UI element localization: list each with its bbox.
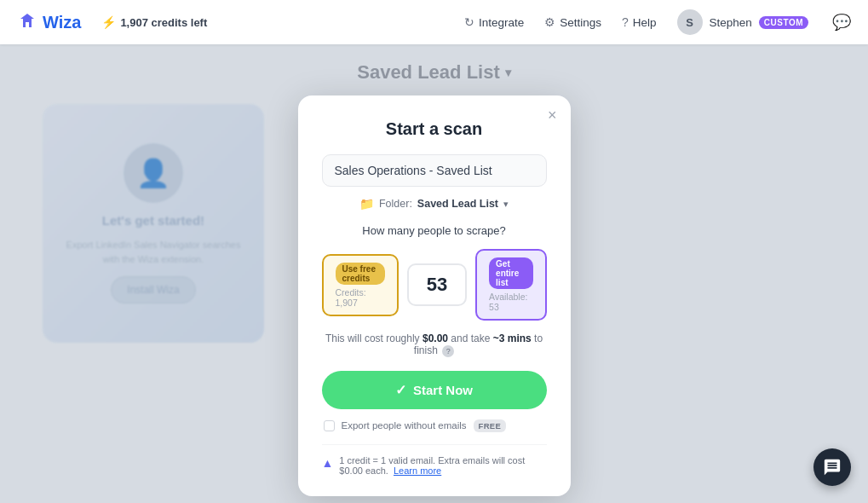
free-credits-count: Credits: 1,907 [336,287,386,308]
export-label: Export people without emails [342,420,467,431]
modal-title: Start a scan [322,119,547,139]
cost-help-icon[interactable]: ? [442,345,454,357]
scan-modal: × Start a scan 📁 Folder: Saved Lead List… [298,95,571,496]
get-entire-list-button[interactable]: Get entire list Available: 53 [475,249,546,321]
integrate-icon: ↻ [464,15,474,29]
nav-links: ↻ Integrate ⚙ Settings ? Help S Stephen … [464,9,851,35]
entire-list-available: Available: 53 [489,292,532,312]
cost-value: $0.00 [423,332,448,344]
user-badge: CUSTOM [759,16,808,29]
settings-label: Settings [560,16,601,29]
avatar: S [677,9,703,35]
free-badge: FREE [474,419,507,432]
use-free-credits-button[interactable]: Use free credits Credits: 1,907 [322,254,400,316]
folder-chevron: ▾ [503,199,509,210]
credits-value: 1,907 credits left [120,16,207,29]
export-checkbox[interactable] [324,420,335,431]
credits-display: ⚡ 1,907 credits left [101,15,207,29]
credits-icon: ⚡ [101,15,116,29]
free-credits-label: Use free credits [336,263,386,285]
folder-row: 📁 Folder: Saved Lead List ▾ [322,197,547,211]
app-logo[interactable]: Wiza [17,12,81,32]
nav-settings[interactable]: ⚙ Settings [544,15,601,29]
folder-label-text: Folder: [379,198,412,210]
nav-help[interactable]: ? Help [622,15,657,29]
learn-more-link[interactable]: Learn more [394,465,441,476]
start-button-label: Start Now [413,383,473,397]
chat-float-icon [823,458,842,477]
logo-icon [17,12,37,32]
svg-marker-0 [20,14,34,27]
help-label: Help [633,16,657,29]
wiza-credit-icon: ▲ [322,456,334,470]
scrape-options: Use free credits Credits: 1,907 53 Get e… [322,249,547,321]
check-icon: ✓ [395,382,406,398]
logo-text: Wiza [43,13,81,32]
username: Stephen [710,16,752,29]
entire-list-label: Get entire list [489,257,532,289]
page-content: Saved Lead List ▾ 👤 Let's get started! E… [0,44,868,118]
credit-info: ▲ 1 credit = 1 valid email. Extra emails… [322,444,547,476]
cost-info: This will cost roughly $0.00 and take ~3… [322,332,547,357]
settings-icon: ⚙ [544,15,555,29]
folder-icon: 📁 [359,197,374,211]
cost-mid: and take [448,332,493,344]
export-row: Export people without emails FREE [322,419,547,432]
credit-info-text: 1 credit = 1 valid email. Extra emails w… [339,455,546,476]
integrate-label: Integrate [479,16,524,29]
floating-chat-button[interactable] [813,448,851,486]
navbar: Wiza ⚡ 1,907 credits left ↻ Integrate ⚙ … [0,0,868,44]
cost-prefix: This will cost roughly [325,332,423,344]
navbar-chat-button[interactable]: 💬 [832,13,851,32]
start-now-button[interactable]: ✓ Start Now [322,371,547,409]
user-menu[interactable]: S Stephen CUSTOM [677,9,808,35]
cost-time: ~3 mins [493,332,532,344]
list-name-input[interactable] [322,154,547,187]
help-icon: ? [622,15,629,29]
nav-integrate[interactable]: ↻ Integrate [464,15,524,29]
folder-value[interactable]: Saved Lead List [417,198,498,210]
scrape-question: How many people to scrape? [322,224,547,237]
scrape-count: 53 [407,263,467,306]
modal-close-button[interactable]: × [548,107,557,123]
